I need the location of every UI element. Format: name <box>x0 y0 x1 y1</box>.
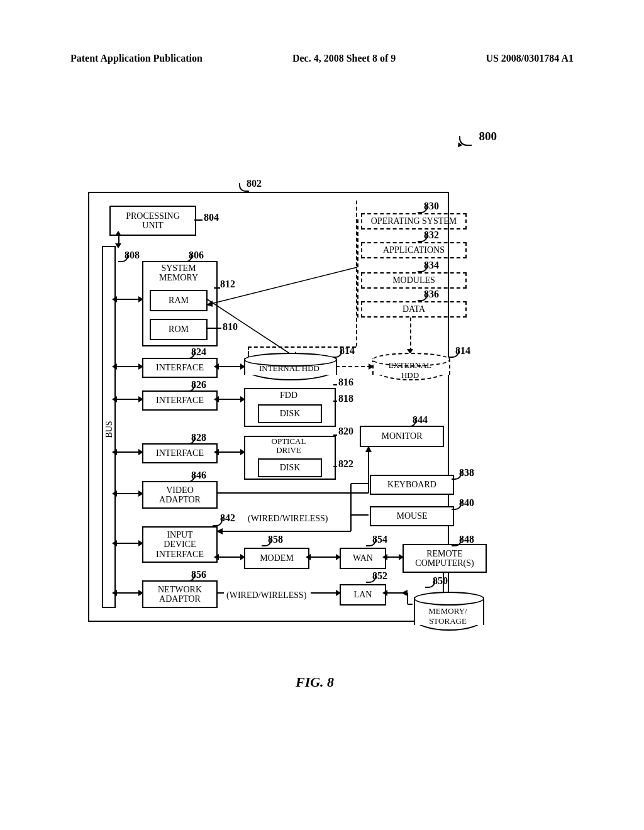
dashed-int-ext <box>336 366 371 367</box>
a-bus-idi-l <box>112 540 117 546</box>
interface-824-box: INTERFACE <box>142 358 218 378</box>
ref-820: 820 <box>338 426 353 437</box>
conn-bus-if1 <box>114 366 141 367</box>
lan-box: LAN <box>340 584 386 606</box>
conn-if3-opt <box>216 451 243 453</box>
a-bus-if1-r <box>138 363 143 370</box>
leader-812 <box>214 287 220 289</box>
header-right: US 2008/0301784 A1 <box>486 53 574 64</box>
modem-box: MODEM <box>244 548 309 569</box>
a-bus-sysmem-l <box>112 296 117 302</box>
a-if1-hdd-l <box>214 363 219 370</box>
a-idi-modem-r <box>240 554 245 560</box>
figure-caption: FIG. 8 <box>296 674 334 690</box>
leader-822 <box>333 466 337 467</box>
page-header: Patent Application Publication Dec. 4, 2… <box>0 53 644 64</box>
dashed-os-exthdd <box>410 318 411 351</box>
a-bus-if3-l <box>112 449 117 455</box>
conn-modem-wan <box>308 556 338 558</box>
internal-hdd-cyl: INTERNAL HDD <box>244 353 335 380</box>
keyboard-box: KEYBOARD <box>370 475 454 495</box>
ram-box: RAM <box>150 290 208 311</box>
optical-disk-box: DISK <box>258 458 322 477</box>
a-bus-sysmem-r <box>138 296 143 302</box>
ref-818: 818 <box>338 393 353 404</box>
internal-hdd-label: INTERNAL HDD <box>244 363 335 374</box>
a-bus-if2-l <box>112 396 117 402</box>
conn-remote-mem <box>443 572 444 592</box>
mods-box: MODULES <box>361 272 467 289</box>
ref-822: 822 <box>338 458 353 470</box>
conn-bus-na <box>114 592 141 594</box>
leader-804 <box>194 219 203 221</box>
conn-bus-sysmem <box>114 299 141 300</box>
video-adaptor-box: VIDEO ADAPTOR <box>142 481 218 509</box>
header-left: Patent Application Publication <box>70 53 203 64</box>
external-hdd-cyl: EXTERNAL HDD <box>372 353 448 380</box>
bus-label: BUS <box>104 421 114 438</box>
header-center: Dec. 4, 2008 Sheet 8 of 9 <box>292 53 396 64</box>
a-lan-remote-l <box>382 590 387 596</box>
a-if2-fdd-r <box>240 396 245 402</box>
diagram-area: 802 PROCESSING UNIT 804 BUS 808 SYSTEM M… <box>88 192 560 657</box>
a-modem-wan-l <box>306 554 311 560</box>
processing-unit-box: PROCESSING UNIT <box>109 206 196 236</box>
monitor-box: MONITOR <box>360 426 444 447</box>
figure-ref-800: 800 <box>479 130 497 143</box>
system-memory-label: SYSTEM MEMORY <box>142 263 215 283</box>
interface-826-box: INTERFACE <box>142 390 218 411</box>
conn-bus-if2 <box>114 399 141 400</box>
optical-drive-label: OPTICAL DRIVE <box>244 437 333 454</box>
a-bus-if1-l <box>112 363 117 370</box>
a-bus-if3-r <box>138 449 143 455</box>
a-bus-if2-r <box>138 396 143 402</box>
mouse-box: MOUSE <box>370 506 454 526</box>
ref-816: 816 <box>338 377 353 388</box>
arrow-pu-down <box>115 243 121 248</box>
wired-wireless-1: (WIRED/WIRELESS) <box>248 514 328 524</box>
conn-if2-fdd <box>216 399 243 400</box>
a-wan-remote-l <box>382 554 387 560</box>
data-box: DATA <box>361 301 467 318</box>
leader-818 <box>333 401 337 402</box>
conn-na-lan-1 <box>216 592 224 594</box>
conn-bus-if3 <box>114 451 141 453</box>
conn-bus-idi <box>114 543 141 544</box>
apps-box: APPLICATIONS <box>361 242 467 258</box>
a-na-lan-r <box>336 590 341 596</box>
wan-box: WAN <box>340 548 386 569</box>
wired-wireless-2: (WIRED/WIRELESS) <box>226 590 307 600</box>
rom-box: ROM <box>150 319 208 340</box>
a-if3-opt-r <box>240 449 245 455</box>
leader-820 <box>333 434 337 436</box>
fdd-label: FDD <box>244 390 333 401</box>
input-device-if-box: INPUT DEVICE INTERFACE <box>142 526 218 563</box>
ref-802-leader <box>239 183 249 192</box>
a-if3-opt-l <box>214 449 219 455</box>
remote-box: REMOTE COMPUTER(S) <box>402 544 487 573</box>
conn-na-lan-2 <box>311 592 338 594</box>
conn-bus-va <box>114 493 141 494</box>
leader-810 <box>206 328 221 329</box>
a-bus-va-r <box>138 490 143 497</box>
a-wan-remote-r <box>399 554 404 560</box>
interface-828-box: INTERFACE <box>142 443 218 463</box>
arrow-pu-up <box>115 231 121 236</box>
leader-816 <box>333 384 337 385</box>
memory-storage-label: MEMORY/ STORAGE <box>414 607 482 627</box>
network-adaptor-box: NETWORK ADAPTOR <box>142 580 218 608</box>
ref-812: 812 <box>220 279 235 290</box>
memory-storage-cyl: MEMORY/ STORAGE <box>414 592 482 631</box>
fdd-disk-box: DISK <box>258 404 322 423</box>
a-bus-na-r <box>138 590 143 596</box>
a-bus-idi-r <box>138 540 143 546</box>
a-if2-fdd-l <box>214 396 219 402</box>
a-bus-va-l <box>112 490 117 497</box>
ref-810: 810 <box>223 321 238 333</box>
conn-idi-modem <box>216 556 243 558</box>
os-stack-dash <box>357 219 358 318</box>
ref-804: 804 <box>204 212 219 223</box>
conn-if1-hdd <box>216 366 243 367</box>
a-idi-modem-l <box>214 554 219 560</box>
a-modem-wan-r <box>336 554 341 560</box>
